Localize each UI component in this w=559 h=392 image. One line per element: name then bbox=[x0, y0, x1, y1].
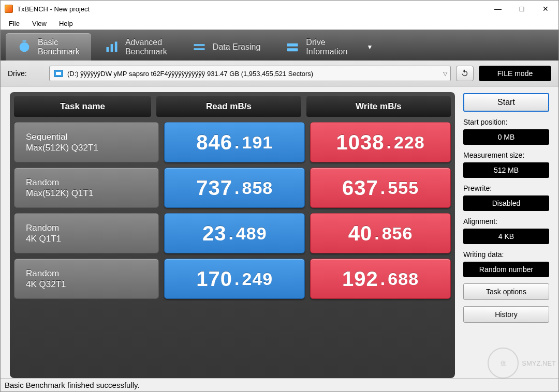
file-mode-button[interactable]: FILE mode bbox=[479, 66, 551, 81]
header-task: Task name bbox=[14, 96, 151, 117]
status-bar: Basic Benchmark finished successfully. bbox=[1, 378, 558, 391]
stopwatch-icon bbox=[17, 40, 32, 54]
svg-rect-4 bbox=[287, 43, 298, 47]
write-value: 192.688 bbox=[310, 259, 451, 299]
tab-label: Basic Benchmark bbox=[38, 38, 80, 56]
bars-icon bbox=[105, 40, 119, 54]
svg-rect-1 bbox=[106, 47, 109, 52]
erase-icon bbox=[192, 40, 207, 54]
prewrite-label: Prewrite: bbox=[463, 184, 549, 192]
svg-rect-0 bbox=[23, 40, 26, 41]
writing-data-value[interactable]: Random number bbox=[463, 262, 549, 277]
start-button[interactable]: Start bbox=[463, 93, 549, 112]
drive-label: Drive: bbox=[8, 69, 44, 78]
tab-advanced-benchmark[interactable]: Advanced Benchmark bbox=[93, 33, 179, 61]
app-icon bbox=[5, 5, 13, 13]
prewrite-value[interactable]: Disabled bbox=[463, 195, 549, 211]
tab-label: Advanced Benchmark bbox=[125, 38, 167, 56]
status-text: Basic Benchmark finished successfully. bbox=[5, 381, 140, 389]
result-row: Random 4K Q32T1 170.249 192.688 bbox=[14, 259, 451, 299]
alignment-value[interactable]: 4 KB bbox=[463, 229, 549, 244]
result-row: Random 4K Q1T1 23.489 40.856 bbox=[14, 213, 451, 253]
start-position-label: Start position: bbox=[463, 118, 549, 126]
chevron-down-icon: ▽ bbox=[443, 70, 447, 77]
svg-rect-3 bbox=[115, 41, 117, 52]
drive-icon bbox=[54, 70, 63, 77]
tab-label: Drive Information bbox=[306, 38, 347, 56]
tab-basic-benchmark[interactable]: Basic Benchmark bbox=[6, 33, 91, 61]
results-panel: Task name Read mB/s Write mB/s Sequentia… bbox=[10, 92, 455, 378]
write-value: 1038.228 bbox=[310, 122, 451, 162]
maximize-button[interactable]: □ bbox=[510, 1, 534, 17]
menu-view[interactable]: View bbox=[27, 19, 52, 28]
refresh-button[interactable] bbox=[456, 66, 474, 81]
read-value: 170.249 bbox=[164, 259, 305, 299]
menubar: File View Help bbox=[1, 17, 558, 29]
window-title: TxBENCH - New project bbox=[17, 5, 486, 13]
sidebar: Start Start position: 0 MB Measurement s… bbox=[463, 92, 549, 378]
minimize-button[interactable]: — bbox=[486, 1, 510, 17]
read-value: 737.858 bbox=[164, 168, 305, 208]
main-tabs: Basic Benchmark Advanced Benchmark Data … bbox=[1, 29, 558, 61]
measurement-size-value[interactable]: 512 MB bbox=[463, 162, 549, 178]
tab-drive-information[interactable]: Drive Information bbox=[274, 33, 359, 61]
result-row: Sequential Max(512K) Q32T1 846.191 1038.… bbox=[14, 122, 451, 162]
drive-select[interactable]: (D:) ÿÿÿÿÿÿDW yMP sapsro t62F4ÿÿÿÿÿÿÿÿÿÿ… bbox=[49, 66, 451, 81]
task-name-cell[interactable]: Sequential Max(512K) Q32T1 bbox=[14, 122, 159, 162]
svg-rect-5 bbox=[287, 48, 298, 51]
write-value: 40.856 bbox=[310, 213, 451, 253]
alignment-label: Alignment: bbox=[463, 217, 549, 225]
titlebar[interactable]: TxBENCH - New project — □ ✕ bbox=[1, 1, 558, 17]
app-window: TxBENCH - New project — □ ✕ File View He… bbox=[0, 0, 559, 392]
svg-rect-2 bbox=[111, 44, 113, 52]
drive-info-icon bbox=[285, 40, 300, 54]
tab-data-erasing[interactable]: Data Erasing bbox=[181, 33, 272, 61]
start-position-value[interactable]: 0 MB bbox=[463, 129, 549, 145]
measurement-size-label: Measurement size: bbox=[463, 151, 549, 159]
close-button[interactable]: ✕ bbox=[534, 1, 557, 17]
task-name-cell[interactable]: Random 4K Q32T1 bbox=[14, 259, 159, 299]
tab-label: Data Erasing bbox=[213, 42, 261, 52]
header-write: Write mB/s bbox=[306, 96, 451, 117]
tabs-overflow[interactable]: ▼ bbox=[361, 33, 378, 61]
read-value: 846.191 bbox=[164, 122, 305, 162]
task-options-button[interactable]: Task options bbox=[463, 283, 549, 300]
writing-data-label: Writing data: bbox=[463, 250, 549, 259]
menu-file[interactable]: File bbox=[4, 19, 25, 28]
refresh-icon bbox=[460, 69, 469, 78]
task-name-cell[interactable]: Random Max(512K) Q1T1 bbox=[14, 168, 159, 208]
history-button[interactable]: History bbox=[463, 306, 549, 323]
task-name-cell[interactable]: Random 4K Q1T1 bbox=[14, 213, 159, 253]
results-header: Task name Read mB/s Write mB/s bbox=[14, 96, 451, 117]
menu-help[interactable]: Help bbox=[54, 19, 78, 28]
write-value: 637.555 bbox=[310, 168, 451, 208]
header-read: Read mB/s bbox=[156, 96, 301, 117]
drive-row: Drive: (D:) ÿÿÿÿÿÿDW yMP sapsro t62F4ÿÿÿ… bbox=[1, 61, 558, 87]
result-row: Random Max(512K) Q1T1 737.858 637.555 bbox=[14, 168, 451, 208]
drive-value: (D:) ÿÿÿÿÿÿDW yMP sapsro t62F4ÿÿÿÿÿÿÿÿÿÿ… bbox=[67, 70, 313, 78]
read-value: 23.489 bbox=[164, 213, 305, 253]
